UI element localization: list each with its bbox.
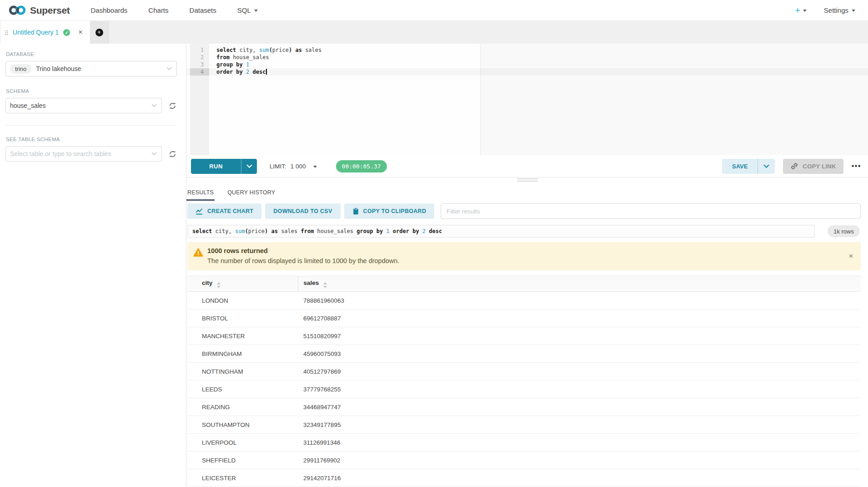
navbar-right: + Settings — [795, 6, 855, 15]
editor-line: 3group by 1 — [186, 61, 868, 68]
sql-token: ( — [245, 228, 248, 234]
sql-token: order by — [216, 69, 243, 75]
sql-token — [268, 228, 271, 234]
caret-down-icon — [254, 10, 258, 12]
create-chart-button[interactable]: CREATE CHART — [187, 203, 261, 219]
plus-icon: + — [795, 6, 800, 15]
alert-title: 1000 rows returned — [207, 247, 399, 254]
query-tab-label: Untitled Query 1 — [13, 29, 59, 36]
new-item-button[interactable]: + — [795, 6, 807, 15]
sort-down-icon — [217, 286, 221, 288]
nav-item-dashboards[interactable]: Dashboards — [90, 6, 127, 14]
filter-results-input[interactable] — [441, 203, 861, 219]
nav-item-label: Charts — [148, 6, 168, 14]
sql-token: sum — [235, 228, 245, 234]
column-header-sales[interactable]: sales — [298, 276, 861, 292]
pane-resize-handle[interactable] — [186, 178, 868, 183]
download-csv-button[interactable]: DOWNLOAD TO CSV — [265, 203, 340, 219]
sql-token: as — [271, 228, 277, 234]
sql-token: house_sales — [314, 228, 356, 234]
run-button[interactable]: RUN — [191, 159, 241, 174]
nav-item-charts[interactable]: Charts — [148, 6, 168, 14]
cell-sales: 40512797869 — [298, 363, 861, 380]
table-row: SHEFFIELD29911769902 — [187, 451, 861, 469]
cell-city: SHEFFIELD — [187, 451, 298, 469]
sql-editor[interactable]: 1select city, sum(price) as sales2from h… — [186, 44, 868, 155]
chevron-down-icon — [151, 152, 157, 156]
database-select[interactable]: trino Trino lakehouse — [5, 61, 177, 76]
copy-link-button[interactable]: COPY LINK — [783, 159, 843, 174]
query-elapsed-timer: 00:00:05.37 — [336, 160, 387, 172]
table-header-row: citysales — [187, 276, 861, 292]
text-cursor — [266, 69, 267, 75]
sql-token: select — [216, 47, 236, 53]
warning-icon — [193, 248, 203, 257]
sql-token — [426, 228, 429, 234]
brand-name: Superset — [30, 5, 70, 16]
line-number: 4 — [190, 68, 209, 76]
table-row: BIRMINGHAM45960075093 — [187, 345, 861, 363]
nav-item-sql[interactable]: SQL — [237, 6, 258, 14]
run-button-group: RUN — [191, 159, 257, 174]
sql-token: group by — [216, 61, 243, 68]
sql-token: group by — [356, 228, 383, 234]
refresh-schema-button[interactable] — [168, 101, 177, 110]
table-row: SOUTHAMPTON32349177895 — [187, 416, 861, 434]
table-row: READING34468947747 — [187, 398, 861, 416]
save-button[interactable]: SAVE — [722, 159, 758, 174]
database-engine-badge: trino — [10, 64, 31, 74]
sql-token: from — [301, 228, 314, 234]
sql-token — [383, 228, 386, 234]
settings-menu[interactable]: Settings — [824, 6, 855, 14]
refresh-icon — [168, 101, 177, 110]
sort-up-icon — [323, 282, 327, 284]
run-options-button[interactable] — [241, 159, 257, 174]
table-row: LONDON788861960063 — [187, 292, 861, 309]
rows-limit-alert: 1000 rows returned The number of rows di… — [187, 242, 861, 270]
line-number: 3 — [190, 61, 209, 68]
alert-text: 1000 rows returned The number of rows di… — [207, 247, 399, 264]
more-actions-button[interactable]: ••• — [852, 162, 861, 170]
query-tab-bar: Untitled Query 1 ✓ × + — [0, 21, 868, 44]
cell-sales: 32349177895 — [298, 416, 861, 434]
sql-token: sales — [302, 47, 321, 53]
sql-token: order by — [393, 228, 419, 234]
superset-logo[interactable]: Superset — [8, 4, 70, 16]
tab-results[interactable]: RESULTS — [187, 183, 214, 202]
editor-lines: 1select city, sum(price) as sales2from h… — [186, 46, 868, 76]
cell-sales: 788861960063 — [298, 292, 861, 309]
chevron-down-icon — [763, 164, 769, 168]
nav-item-datasets[interactable]: Datasets — [190, 6, 216, 14]
query-success-icon: ✓ — [63, 29, 70, 36]
save-options-button[interactable] — [758, 159, 775, 174]
line-code: order by 2 desc — [209, 68, 267, 76]
table-select[interactable]: Select table or type to search tables — [5, 146, 162, 162]
add-tab-button[interactable]: + — [90, 21, 109, 44]
sql-token: sales — [278, 228, 301, 234]
database-value: Trino lakehouse — [36, 65, 81, 72]
link-icon — [790, 162, 798, 170]
close-alert-icon[interactable]: × — [849, 253, 853, 260]
column-header-city[interactable]: city — [187, 276, 298, 292]
refresh-tables-button[interactable] — [168, 149, 177, 158]
chevron-down-icon — [246, 164, 252, 168]
create-chart-label: CREATE CHART — [207, 208, 253, 214]
see-table-schema-label: SEE TABLE SCHEMA — [6, 137, 177, 142]
cell-city: LEICESTER — [187, 469, 298, 487]
schema-select[interactable]: house_sales — [5, 98, 162, 113]
copy-to-clipboard-button[interactable]: COPY TO CLIPBOARD — [344, 203, 435, 219]
drag-handle-icon[interactable] — [5, 30, 8, 35]
sql-token — [249, 69, 252, 75]
limit-dropdown[interactable]: LIMIT: 1 000 — [270, 163, 317, 170]
tab-untitled-query-1[interactable]: Untitled Query 1 ✓ × — [0, 21, 90, 44]
line-code: group by 1 — [209, 61, 249, 68]
column-header-label: city — [202, 279, 212, 286]
sql-token — [419, 228, 422, 234]
nav-item-label: SQL — [237, 6, 251, 14]
copy-to-clipboard-label: COPY TO CLIPBOARD — [363, 208, 426, 214]
tab-query-history[interactable]: QUERY HISTORY — [227, 183, 275, 202]
sql-token: select — [192, 228, 212, 234]
close-tab-icon[interactable]: × — [78, 29, 82, 36]
results-actions-row: CREATE CHART DOWNLOAD TO CSV COPY TO CLI… — [187, 203, 861, 219]
table-row: NOTTINGHAM40512797869 — [187, 363, 861, 380]
